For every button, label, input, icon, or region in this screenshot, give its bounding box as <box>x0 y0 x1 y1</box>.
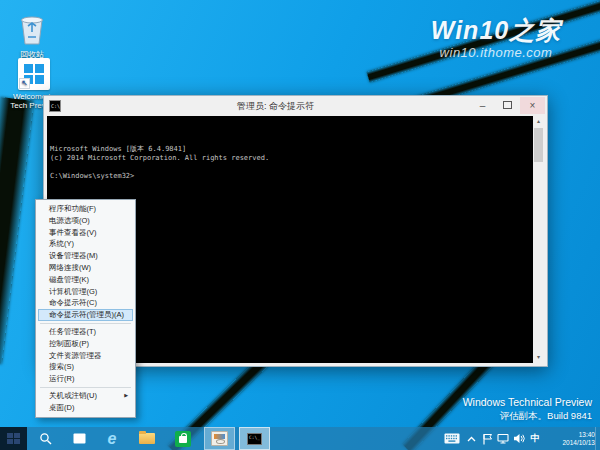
cmd-window-title: 管理员: 命令提示符 <box>84 96 467 116</box>
internet-explorer-button[interactable]: e <box>100 427 124 450</box>
close-button[interactable]: × <box>520 97 545 114</box>
search-icon <box>39 432 53 446</box>
menu-item-label: 程序和功能(F) <box>49 204 96 213</box>
chevron-up-icon <box>467 436 476 442</box>
menu-item-label: 搜索(S) <box>49 362 74 371</box>
recycle-bin-desktop-icon[interactable]: 回收站 <box>6 12 58 59</box>
flag-icon <box>482 433 493 445</box>
menu-separator <box>40 387 131 388</box>
wallpaper-beam <box>0 97 34 364</box>
console-line: Microsoft Windows [版本 6.4.9841] <box>50 145 530 154</box>
menu-item[interactable]: 事件查看器(V) ▶ <box>38 227 133 239</box>
clock-time: 13:40 <box>579 431 595 439</box>
menu-item-label: 电源选项(O) <box>49 216 90 225</box>
maximize-icon <box>503 101 512 109</box>
site-watermark-title: Win10之家 <box>396 14 596 47</box>
ime-indicator[interactable]: 中 <box>528 427 542 450</box>
command-prompt-taskbar-button[interactable]: C:\_ <box>239 427 270 450</box>
desktop: { "brand": { "title": "Win10之家", "subtit… <box>0 0 600 450</box>
menu-item[interactable]: 网络连接(W) ▶ <box>38 262 133 274</box>
site-watermark: Win10之家 win10.ithome.com <box>396 14 596 60</box>
hidden-icons-button[interactable] <box>464 427 478 450</box>
windows-start-icon <box>7 433 20 444</box>
menu-item-label: 设备管理器(M) <box>49 251 98 260</box>
build-watermark-line2: 评估副本。Build 9841 <box>463 410 592 423</box>
winx-context-menu: 程序和功能(F) ▶ 电源选项(O) ▶ 事件查看器(V) ▶ 系统(Y) ▶ … <box>35 199 136 418</box>
menu-item-label: 运行(R) <box>49 374 74 383</box>
console-text: Microsoft Windows [版本 6.4.9841](c) 2014 … <box>50 118 530 181</box>
menu-item[interactable]: 程序和功能(F) ▶ <box>38 203 133 215</box>
taskbar-clock[interactable]: 13:40 2014/10/13 <box>545 427 595 450</box>
menu-item-label: 磁盘管理(K) <box>49 275 89 284</box>
speaker-icon <box>513 433 525 444</box>
site-watermark-subtitle: win10.ithome.com <box>396 45 596 60</box>
menu-item-label: 控制面板(P) <box>49 339 89 348</box>
build-watermark-line1: Windows Technical Preview <box>463 396 592 408</box>
internet-explorer-icon: e <box>108 427 117 450</box>
menu-item-label: 桌面(D) <box>49 403 74 412</box>
task-view-button[interactable] <box>67 427 91 450</box>
scrollbar-thumb[interactable] <box>534 128 543 162</box>
menu-item-label: 关机或注销(U) <box>49 391 97 400</box>
menu-item[interactable]: 命令提示符(C) ▶ <box>38 297 133 309</box>
volume-button[interactable] <box>512 427 526 450</box>
console-line: (c) 2014 Microsoft Corporation. All righ… <box>50 154 530 163</box>
folder-icon <box>139 433 155 444</box>
action-center-button[interactable] <box>480 427 494 450</box>
taskbar: e C:\_ <box>0 427 600 450</box>
menu-item[interactable]: 命令提示符(管理员)(A) ▶ <box>38 309 133 321</box>
taskbar-search-button[interactable] <box>34 427 58 450</box>
store-icon <box>175 431 191 447</box>
clock-date: 2014/10/13 <box>562 439 595 447</box>
minimize-button[interactable]: – <box>470 97 495 114</box>
file-explorer-button[interactable] <box>134 427 160 450</box>
store-button[interactable] <box>170 427 196 450</box>
menu-item-label: 事件查看器(V) <box>49 228 97 237</box>
cmd-title-bar[interactable]: C:\ 管理员: 命令提示符 – × <box>44 96 547 116</box>
command-prompt-icon: C:\_ <box>247 433 262 445</box>
network-icon <box>497 433 509 444</box>
software-box-icon <box>211 431 228 446</box>
menu-item[interactable]: 关机或注销(U) ▶ <box>38 390 133 402</box>
submenu-arrow-icon: ▶ <box>124 390 128 402</box>
start-button[interactable] <box>0 427 27 450</box>
vertical-scrollbar[interactable]: ▴ ▾ <box>533 116 544 363</box>
menu-item-label: 文件资源管理器 <box>49 351 102 360</box>
menu-item-label: 网络连接(W) <box>49 263 91 272</box>
console-line: C:\Windows\system32> <box>50 172 530 181</box>
network-button[interactable] <box>496 427 510 450</box>
scroll-up-button[interactable]: ▴ <box>533 116 544 127</box>
menu-item[interactable]: 磁盘管理(K) ▶ <box>38 274 133 286</box>
task-view-icon <box>73 433 86 444</box>
windows-logo-tile-icon: ↖ <box>18 58 50 90</box>
touch-keyboard-button[interactable] <box>442 427 462 450</box>
show-desktop-button[interactable] <box>595 427 600 450</box>
build-watermark: Windows Technical Preview 评估副本。Build 984… <box>463 396 592 423</box>
menu-item-label: 任务管理器(T) <box>49 327 96 336</box>
menu-item[interactable]: 搜索(S) ▶ <box>38 361 133 373</box>
keyboard-icon <box>444 433 460 444</box>
menu-item[interactable]: 计算机管理(G) ▶ <box>38 286 133 298</box>
menu-item-label: 命令提示符(C) <box>49 298 97 307</box>
menu-item[interactable]: 控制面板(P) ▶ <box>38 338 133 350</box>
menu-item[interactable]: 桌面(D) ▶ <box>38 402 133 414</box>
software-app-button[interactable] <box>204 427 235 450</box>
menu-item-label: 命令提示符(管理员)(A) <box>49 310 124 319</box>
menu-item[interactable]: 电源选项(O) ▶ <box>38 215 133 227</box>
menu-item[interactable]: 运行(R) ▶ <box>38 373 133 385</box>
menu-separator <box>40 323 131 324</box>
menu-item[interactable]: 文件资源管理器 ▶ <box>38 350 133 362</box>
recycle-bin-icon <box>6 12 58 48</box>
cmd-window-icon[interactable]: C:\ <box>49 100 61 112</box>
maximize-button[interactable] <box>495 97 520 114</box>
menu-item-label: 系统(Y) <box>49 239 74 248</box>
shortcut-arrow-icon: ↖ <box>19 78 30 89</box>
menu-item[interactable]: 任务管理器(T) ▶ <box>38 326 133 338</box>
menu-item[interactable]: 设备管理器(M) ▶ <box>38 250 133 262</box>
menu-item-label: 计算机管理(G) <box>49 287 97 296</box>
menu-item[interactable]: 系统(Y) ▶ <box>38 238 133 250</box>
scroll-down-button[interactable]: ▾ <box>533 352 544 363</box>
console-line <box>50 163 530 172</box>
